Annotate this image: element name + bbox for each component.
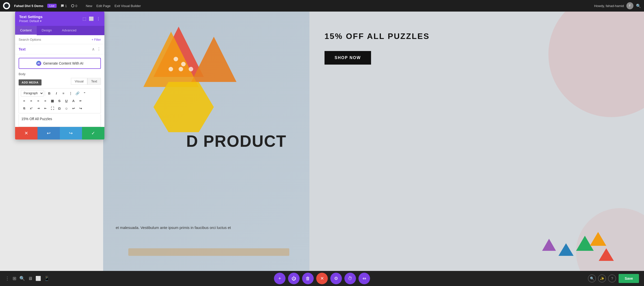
align-center-button[interactable]: ≡ <box>28 98 34 104</box>
split-icon[interactable]: ⬜ <box>89 16 94 21</box>
pink-circle-decoration <box>548 12 644 117</box>
bottom-left-icons: ⋮ ⊞ 🔍 🖥 ⬜ 📱 <box>5 276 50 281</box>
tab-advanced[interactable]: Advanced <box>57 26 82 35</box>
expand-button[interactable]: ⇔ <box>358 273 370 284</box>
align-left-button[interactable]: ≡ <box>21 98 27 104</box>
edit-page-button[interactable]: Edit Page <box>96 4 110 8</box>
live-badge: Live <box>47 4 56 8</box>
panel-preset[interactable]: Preset: Default ▾ <box>19 19 43 23</box>
history-button[interactable]: ⏱ <box>344 273 356 284</box>
color-button[interactable]: A <box>70 98 77 104</box>
panel-header: Text Settings Preset: Default ▾ ⬚ ⬜ ⋮ <box>15 12 104 26</box>
top-bar: Fahad Divi 5 Demo Live 1 0 New Edit Page… <box>0 0 644 12</box>
editor-content[interactable]: 15% Off All Puzzles <box>19 114 101 127</box>
undo-button[interactable]: ↩ <box>37 127 60 139</box>
link-button[interactable]: 🔗 <box>74 90 81 97</box>
bottom-center-controls: + ⏻ 🗑 ✕ ⚙ ⏱ ⇔ <box>274 273 370 284</box>
paragraph-select[interactable]: Paragraph <box>21 90 44 97</box>
bold-button[interactable]: B <box>46 90 53 97</box>
search-icon[interactable]: 🔍 <box>636 4 641 8</box>
user-label: Howdy, fahad-hamid <box>594 4 624 8</box>
align-justify-button[interactable]: ≡ <box>42 98 49 104</box>
left-banner: D PRODUCT et malesuada. Vestibulum ante … <box>103 12 309 271</box>
underline-button[interactable]: U <box>63 98 70 104</box>
wp-logo[interactable] <box>3 2 10 9</box>
section-menu-icon[interactable]: ⋮ <box>97 47 101 52</box>
exit-visual-builder-button[interactable]: Exit Visual Builder <box>114 4 141 8</box>
redo-button[interactable]: ↪ <box>60 127 82 139</box>
canvas-content: D PRODUCT et malesuada. Vestibulum ante … <box>103 12 644 271</box>
undo-editor-button[interactable]: ↩ <box>70 105 77 112</box>
desktop-icon[interactable]: 🖥 <box>28 276 32 281</box>
user-avatar: F <box>626 2 633 9</box>
redo-editor-button[interactable]: ↪ <box>77 105 84 112</box>
tab-content[interactable]: Content <box>15 26 37 35</box>
bottom-toolbar: ⋮ ⊞ 🔍 🖥 ⬜ 📱 + ⏻ 🗑 ✕ ⚙ ⏱ ⇔ 🔍 ✨ ? Save <box>0 271 644 286</box>
close-module-button[interactable]: ✕ <box>316 273 328 284</box>
editor-tab-text[interactable]: Text <box>87 78 101 85</box>
delete-button[interactable]: 🗑 <box>302 273 314 284</box>
maximize-icon[interactable]: ⬚ <box>83 16 86 21</box>
body-label: Body <box>19 72 101 76</box>
settings-button[interactable]: ⚙ <box>330 273 342 284</box>
help-icon[interactable]: ? <box>608 274 616 282</box>
add-media-button[interactable]: ADD MEDIA <box>19 79 42 85</box>
indent-left-button[interactable]: ⇤ <box>77 98 84 104</box>
editor-tabs: Visual Text <box>71 78 101 85</box>
italic-button[interactable]: I <box>53 90 60 97</box>
outdent-button[interactable]: ⇤ <box>42 105 49 112</box>
editor-toolbar: Paragraph B I ≡ ⋮ 🔗 " ≡ ≡ ≡ ≡ ▦ S U <box>19 88 101 113</box>
mobile-icon[interactable]: 📱 <box>44 276 50 281</box>
collapse-icon[interactable]: ∧ <box>92 47 95 52</box>
panel-header-icons: ⬚ ⬜ ⋮ <box>83 16 100 21</box>
revisions-count[interactable]: 0 <box>71 4 77 8</box>
table-button[interactable]: ▦ <box>49 98 56 104</box>
search-page-icon[interactable]: 🔍 <box>588 274 596 282</box>
strikethrough-button[interactable]: S <box>56 98 63 104</box>
top-bar-right: Howdy, fahad-hamid F 🔍 <box>594 2 641 9</box>
settings-panel: Text Settings Preset: Default ▾ ⬚ ⬜ ⋮ Co… <box>15 12 104 139</box>
menu-icon[interactable]: ⋮ <box>96 16 100 21</box>
special-chars-button[interactable]: Ω <box>56 105 63 112</box>
section-title: Text <box>19 47 26 51</box>
bottom-right-controls: 🔍 ✨ ? Save <box>588 274 639 283</box>
confirm-button[interactable]: ✓ <box>82 127 104 139</box>
unordered-list-button[interactable]: ≡ <box>60 90 67 97</box>
banner-subtitle: et malesuada. Vestibulum ante ipsum prim… <box>116 225 297 231</box>
editor-tab-visual[interactable]: Visual <box>71 78 87 85</box>
indent-right-button[interactable]: ⇥ <box>35 105 42 112</box>
emoji-button[interactable]: ☺ <box>63 105 70 112</box>
fullscreen-button[interactable]: ⛶ <box>49 105 56 112</box>
view-mode-icons: 🔍 ✨ ? <box>588 274 616 282</box>
new-button[interactable]: New <box>81 4 92 8</box>
ordered-list-button[interactable]: ⋮ <box>67 90 74 97</box>
blockquote-button[interactable]: " <box>81 90 88 97</box>
power-button[interactable]: ⏻ <box>288 273 300 284</box>
body-section: Body ADD MEDIA Visual Text Paragraph B I… <box>15 72 104 127</box>
text-section-header: Text ∧ ⋮ <box>15 44 104 54</box>
tab-design[interactable]: Design <box>37 26 57 35</box>
cancel-button[interactable]: ✕ <box>15 127 37 139</box>
hamburger-icon[interactable]: ⋮ <box>5 276 10 281</box>
search-input[interactable] <box>19 38 92 41</box>
panel-action-bar: ✕ ↩ ↪ ✓ <box>15 127 104 139</box>
puzzle-title: 15% OFF ALL PUZZLES <box>325 32 430 41</box>
add-module-button[interactable]: + <box>274 273 286 284</box>
shop-now-button[interactable]: SHOP NOW <box>325 51 371 65</box>
search-bottom-icon[interactable]: 🔍 <box>19 276 25 281</box>
ai-icon: AI <box>36 61 41 66</box>
wand-icon[interactable]: ✨ <box>598 274 606 282</box>
copy-button[interactable]: ⎘ <box>21 105 27 112</box>
panel-search-row: + Filter <box>15 35 104 44</box>
panel-tabs: Content Design Advanced <box>15 26 104 35</box>
ai-button-label: Generate Content With AI <box>43 61 84 65</box>
main-area: D PRODUCT et malesuada. Vestibulum ante … <box>0 12 644 286</box>
comments-count[interactable]: 1 <box>61 4 67 8</box>
save-button[interactable]: Save <box>619 274 639 283</box>
filter-button[interactable]: + Filter <box>92 38 101 41</box>
superscript-button[interactable]: x² <box>28 105 34 112</box>
grid-icon[interactable]: ⊞ <box>13 276 16 281</box>
ai-generate-button[interactable]: AI Generate Content With AI <box>19 58 101 69</box>
tablet-icon[interactable]: ⬜ <box>35 276 41 281</box>
align-right-button[interactable]: ≡ <box>35 98 42 104</box>
